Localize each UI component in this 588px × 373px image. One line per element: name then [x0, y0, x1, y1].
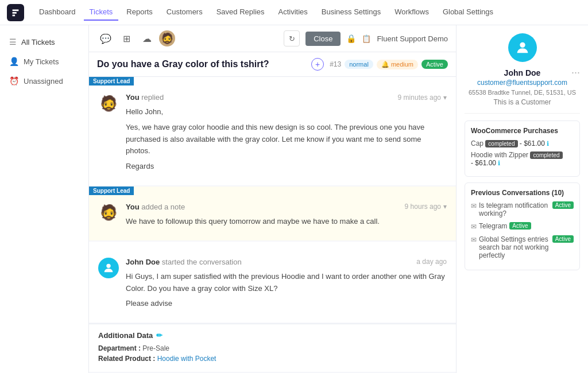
nav-tickets[interactable]: Tickets	[84, 4, 119, 21]
email-icon-2: ✉	[471, 236, 477, 244]
sidebar-item-my-tickets[interactable]: 👤 My Tickets	[0, 52, 88, 71]
purchase-item-cap: Cap completed - $61.00 ℹ	[471, 139, 574, 147]
status-badge-2: Active	[552, 235, 574, 243]
nav-items: Dashboard Tickets Reports Customers Save…	[33, 4, 499, 21]
nav-global-settings[interactable]: Global Settings	[437, 4, 499, 21]
ticket-title: Do you have a Gray color of this tshirt?	[97, 59, 305, 69]
nav-business-settings[interactable]: Business Settings	[316, 4, 386, 21]
prev-conv-item-0: ✉ Is telegram notification working? Acti…	[471, 201, 574, 217]
product-link[interactable]: Hoodie with Pocket	[157, 355, 216, 363]
add-button[interactable]: +	[311, 58, 324, 71]
edit-icon[interactable]: ✏	[156, 331, 163, 340]
info-icon-hoodie[interactable]: ℹ	[498, 160, 500, 166]
customer-panel: John Doe ··· customer@fluentsupport.com …	[456, 25, 588, 373]
ticket-number: #13	[330, 60, 341, 68]
additional-data-title: Additional Data ✏	[98, 331, 447, 340]
additional-data-section: Additional Data ✏ Department : Pre-Sale …	[89, 324, 456, 372]
nav-reports[interactable]: Reports	[121, 4, 158, 21]
sidebar-item-label: All Tickets	[21, 38, 55, 46]
source-icon: 📋	[362, 34, 371, 43]
message-header: You replied 9 minutes ago ▾	[126, 93, 447, 102]
sidebar-item-all-tickets[interactable]: ☰ All Tickets	[0, 32, 88, 52]
message-sender-note: You	[126, 203, 140, 211]
message-sender-area-customer: John Doe started the conversation	[126, 258, 242, 266]
unassigned-icon: ⏰	[9, 76, 19, 86]
prev-conv-item-2: ✉ Global Settings entries search bar not…	[471, 235, 574, 259]
customer-avatar-msg	[98, 258, 119, 278]
message-header-note: You added a note 9 hours ago ▾	[126, 203, 447, 211]
customer-name: John Doe	[503, 68, 541, 77]
message-body-note: We have to followup this query tomorrow …	[126, 216, 447, 228]
price-hoodie: - $61.00	[471, 159, 496, 167]
info-icon-cap[interactable]: ℹ	[547, 140, 549, 147]
ticket-title-bar: Do you have a Gray color of this tshirt?…	[89, 52, 456, 77]
price-cap: - $61.00	[520, 139, 545, 147]
nav-workflows[interactable]: Workflows	[389, 4, 435, 21]
customer-tag: This is a Customer	[493, 98, 551, 106]
message-body-customer: Hi Guys, I am super satisfied with the p…	[126, 271, 447, 310]
close-button[interactable]: Close	[305, 32, 341, 46]
priority-normal-badge: normal	[345, 60, 373, 69]
message-sender: You	[126, 93, 140, 102]
chevron-down-icon-note[interactable]: ▾	[443, 203, 447, 211]
message-time-note: 9 hours ago ▾	[405, 203, 447, 211]
sidebar-item-unassigned[interactable]: ⏰ Unassigned	[0, 71, 88, 91]
prev-conv-item-1: ✉ Telegram Active	[471, 222, 574, 231]
chevron-down-icon[interactable]: ▾	[443, 94, 447, 102]
ticket-meta: #13 normal 🔔 medium Active	[330, 60, 448, 69]
lock-icon: 🔒	[346, 34, 356, 43]
message-header-customer: John Doe started the conversation a day …	[126, 258, 447, 266]
customer-header: John Doe ··· customer@fluentsupport.com …	[465, 33, 580, 114]
columns-icon[interactable]: ⊞	[118, 30, 135, 47]
woocommerce-title: WooCommerce Purchases	[471, 127, 574, 135]
support-lead-badge-note: Support Lead	[89, 187, 134, 195]
message-sender-customer: John Doe	[126, 258, 160, 266]
nav-customers[interactable]: Customers	[161, 4, 208, 21]
customer-email[interactable]: customer@fluentsupport.com	[477, 79, 567, 87]
message-action-customer: started the conversation	[162, 258, 242, 266]
purchase-item-hoodie: Hoodie with Zipper completed - $61.00 ℹ	[471, 151, 574, 167]
message-block-note: Support Lead 🧔 You added a note 9 hour	[89, 187, 456, 240]
message-sender-area-note: You added a note	[126, 203, 185, 211]
top-nav: Dashboard Tickets Reports Customers Save…	[0, 0, 588, 25]
message-time-customer: a day ago	[416, 258, 447, 266]
message-body-reply: Hello John, Yes, we have gray color hood…	[126, 106, 447, 173]
agent-avatar[interactable]: 🧔	[159, 30, 175, 46]
source-label: Fluent Support Demo	[377, 34, 448, 43]
refresh-button[interactable]: ↻	[284, 30, 300, 46]
status-badge-0: Active	[552, 201, 574, 209]
message-icon[interactable]: 💬	[97, 30, 114, 47]
message-time: 9 minutes ago ▾	[398, 94, 447, 102]
customer-address: 65538 Bradtke Tunnel, DE, 51531, US	[469, 89, 576, 96]
left-sidebar: ☰ All Tickets 👤 My Tickets ⏰ Unassigned	[0, 25, 89, 373]
completed-badge-cap: completed	[485, 140, 517, 147]
nav-activities[interactable]: Activities	[273, 4, 314, 21]
status-badge: Active	[421, 60, 448, 69]
cloud-icon[interactable]: ☁	[138, 30, 156, 47]
message-block-reply: Support Lead 🧔 You replied 9 minutes a	[89, 77, 456, 185]
messages-container: Support Lead 🧔 You replied 9 minutes a	[89, 77, 456, 373]
message-content-customer: John Doe started the conversation a day …	[126, 258, 447, 313]
message-inner-note: 🧔 You added a note 9 hours ago ▾	[89, 187, 456, 240]
nav-saved-replies[interactable]: Saved Replies	[211, 4, 270, 21]
message-content-note: You added a note 9 hours ago ▾ We have t…	[126, 203, 447, 231]
logo	[7, 4, 24, 21]
toolbar-icons: 💬 ⊞ ☁ 🧔	[97, 30, 175, 47]
nav-dashboard[interactable]: Dashboard	[33, 4, 82, 21]
sidebar-item-label: Unassigned	[24, 77, 63, 86]
status-badge-1: Active	[509, 222, 531, 230]
department-row: Department : Pre-Sale	[98, 344, 447, 352]
my-tickets-icon: 👤	[9, 57, 19, 66]
sidebar-item-label: My Tickets	[24, 57, 59, 66]
more-options-area: ···	[541, 67, 580, 79]
svg-point-0	[106, 263, 110, 267]
customer-name-row: John Doe ···	[465, 67, 580, 79]
previous-conversations-card: Previous Conversations (10) ✉ Is telegra…	[465, 182, 580, 270]
main-layout: ☰ All Tickets 👤 My Tickets ⏰ Unassigned …	[0, 25, 588, 373]
prev-conv-title: Previous Conversations (10)	[471, 189, 574, 197]
all-tickets-icon: ☰	[9, 37, 17, 46]
email-icon-1: ✉	[471, 223, 477, 231]
agent-avatar-reply: 🧔	[98, 93, 119, 114]
more-options-button[interactable]: ···	[571, 67, 580, 78]
message-sender-area: You replied	[126, 93, 164, 102]
